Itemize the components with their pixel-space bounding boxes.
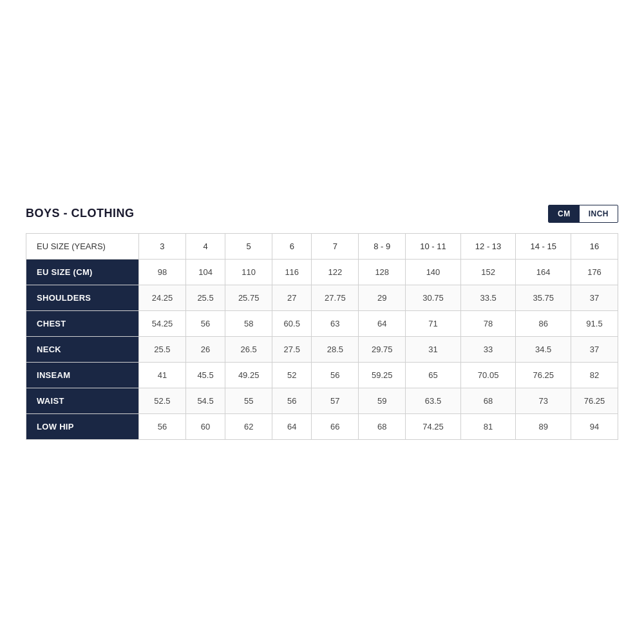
cell-neck-col8: 34.5	[516, 336, 571, 362]
row-label-shoulders: SHOULDERS	[26, 285, 139, 310]
page-title: BOYS - CLOTHING	[26, 207, 135, 220]
col-header-16: 16	[571, 233, 618, 259]
cell-neck-col7: 33	[460, 336, 516, 362]
inch-button[interactable]: INCH	[580, 205, 618, 222]
cell-eu-size-(cm)-col8: 164	[516, 259, 571, 285]
cell-waist-col5: 59	[359, 388, 406, 413]
cell-neck-col2: 26.5	[225, 336, 272, 362]
cell-eu-size-(cm)-col5: 128	[359, 259, 406, 285]
col-header-10-11: 10 - 11	[406, 233, 461, 259]
cell-eu-size-(cm)-col0: 98	[139, 259, 186, 285]
cell-inseam-col0: 41	[139, 362, 186, 388]
cell-inseam-col6: 65	[406, 362, 461, 388]
cell-low-hip-col7: 81	[460, 413, 516, 439]
cell-low-hip-col9: 94	[571, 413, 618, 439]
table-row: NECK25.52626.527.528.529.75313334.537	[26, 336, 618, 362]
cell-low-hip-col1: 60	[185, 413, 225, 439]
col-header-6: 6	[272, 233, 312, 259]
cell-inseam-col2: 49.25	[225, 362, 272, 388]
row-label-waist: WAIST	[26, 388, 139, 413]
col-header-3: 3	[139, 233, 186, 259]
cell-eu-size-(cm)-col2: 110	[225, 259, 272, 285]
page-container: BOYS - CLOTHING CM INCH EU SIZE (YEARS) …	[0, 0, 644, 644]
cell-low-hip-col2: 62	[225, 413, 272, 439]
cell-chest-col2: 58	[225, 310, 272, 336]
table-row: INSEAM4145.549.25525659.256570.0576.2582	[26, 362, 618, 388]
row-label-chest: CHEST	[26, 310, 139, 336]
cell-inseam-col5: 59.25	[359, 362, 406, 388]
col-header-8-9: 8 - 9	[359, 233, 406, 259]
cell-shoulders-col4: 27.75	[312, 285, 359, 310]
cell-neck-col3: 27.5	[272, 336, 312, 362]
table-row: LOW HIP56606264666874.25818994	[26, 413, 618, 439]
cell-inseam-col7: 70.05	[460, 362, 516, 388]
cell-waist-col7: 68	[460, 388, 516, 413]
cell-low-hip-col3: 64	[272, 413, 312, 439]
cell-eu-size-(cm)-col7: 152	[460, 259, 516, 285]
cell-neck-col4: 28.5	[312, 336, 359, 362]
cell-low-hip-col6: 74.25	[406, 413, 461, 439]
content-wrapper: BOYS - CLOTHING CM INCH EU SIZE (YEARS) …	[13, 192, 631, 453]
cell-waist-col4: 57	[312, 388, 359, 413]
cell-eu-size-(cm)-col4: 122	[312, 259, 359, 285]
cell-shoulders-col7: 33.5	[460, 285, 516, 310]
cell-chest-col5: 64	[359, 310, 406, 336]
cell-shoulders-col2: 25.75	[225, 285, 272, 310]
row-label-neck: NECK	[26, 336, 139, 362]
cell-shoulders-col8: 35.75	[516, 285, 571, 310]
cell-shoulders-col5: 29	[359, 285, 406, 310]
row-label-eu-size-(cm): EU SIZE (CM)	[26, 259, 139, 285]
cell-chest-col4: 63	[312, 310, 359, 336]
cell-shoulders-col9: 37	[571, 285, 618, 310]
size-table: EU SIZE (YEARS) 3 4 5 6 7 8 - 9 10 - 11 …	[26, 233, 618, 440]
cell-eu-size-(cm)-col6: 140	[406, 259, 461, 285]
cell-waist-col3: 56	[272, 388, 312, 413]
col-header-4: 4	[185, 233, 225, 259]
cell-chest-col8: 86	[516, 310, 571, 336]
row-label-inseam: INSEAM	[26, 362, 139, 388]
cell-chest-col1: 56	[185, 310, 225, 336]
table-row: SHOULDERS24.2525.525.752727.752930.7533.…	[26, 285, 618, 310]
cell-shoulders-col3: 27	[272, 285, 312, 310]
row-label-low-hip: LOW HIP	[26, 413, 139, 439]
cell-inseam-col9: 82	[571, 362, 618, 388]
table-row: WAIST52.554.55556575963.5687376.25	[26, 388, 618, 413]
cell-neck-col0: 25.5	[139, 336, 186, 362]
unit-toggle[interactable]: CM INCH	[548, 205, 618, 223]
cell-waist-col6: 63.5	[406, 388, 461, 413]
cell-waist-col8: 73	[516, 388, 571, 413]
cell-low-hip-col4: 66	[312, 413, 359, 439]
cell-waist-col1: 54.5	[185, 388, 225, 413]
cell-eu-size-(cm)-col9: 176	[571, 259, 618, 285]
col-header-7: 7	[312, 233, 359, 259]
cell-waist-col9: 76.25	[571, 388, 618, 413]
cell-low-hip-col0: 56	[139, 413, 186, 439]
cell-low-hip-col5: 68	[359, 413, 406, 439]
cell-neck-col9: 37	[571, 336, 618, 362]
cell-neck-col1: 26	[185, 336, 225, 362]
col-header-5: 5	[225, 233, 272, 259]
cell-chest-col3: 60.5	[272, 310, 312, 336]
cell-waist-col0: 52.5	[139, 388, 186, 413]
cell-chest-col6: 71	[406, 310, 461, 336]
header-row: BOYS - CLOTHING CM INCH	[26, 205, 618, 223]
cell-shoulders-col6: 30.75	[406, 285, 461, 310]
cell-inseam-col4: 56	[312, 362, 359, 388]
cell-eu-size-(cm)-col3: 116	[272, 259, 312, 285]
cell-shoulders-col1: 25.5	[185, 285, 225, 310]
table-row: EU SIZE (CM)9810411011612212814015216417…	[26, 259, 618, 285]
column-header-row: EU SIZE (YEARS) 3 4 5 6 7 8 - 9 10 - 11 …	[26, 233, 618, 259]
cell-waist-col2: 55	[225, 388, 272, 413]
col-header-12-13: 12 - 13	[460, 233, 516, 259]
cell-low-hip-col8: 89	[516, 413, 571, 439]
cell-eu-size-(cm)-col1: 104	[185, 259, 225, 285]
table-row: CHEST54.25565860.5636471788691.5	[26, 310, 618, 336]
cell-inseam-col3: 52	[272, 362, 312, 388]
col-header-label: EU SIZE (YEARS)	[26, 233, 139, 259]
col-header-14-15: 14 - 15	[516, 233, 571, 259]
cell-neck-col5: 29.75	[359, 336, 406, 362]
cm-button[interactable]: CM	[549, 205, 580, 222]
cell-inseam-col1: 45.5	[185, 362, 225, 388]
cell-shoulders-col0: 24.25	[139, 285, 186, 310]
cell-inseam-col8: 76.25	[516, 362, 571, 388]
